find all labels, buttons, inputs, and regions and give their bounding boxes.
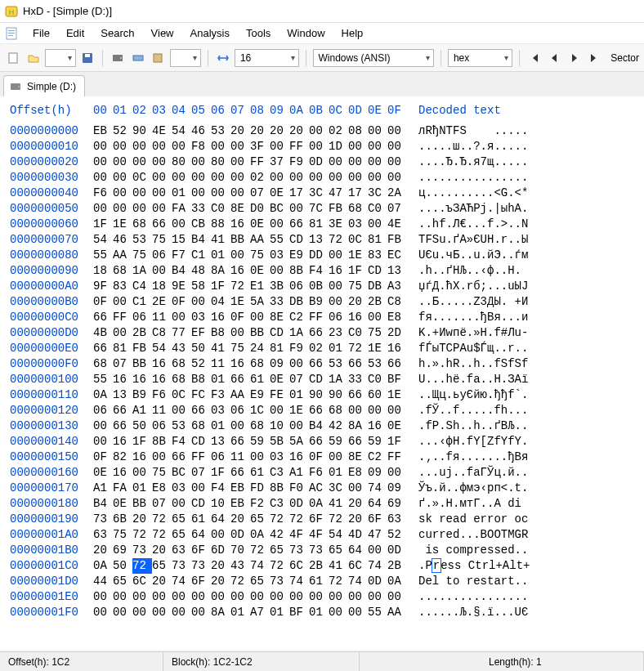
hex-row[interactable]: 00000001D044656C20746F20726573746172740D… xyxy=(10,574,639,589)
hex-byte[interactable]: 37 xyxy=(270,154,289,170)
hex-byte[interactable]: 00 xyxy=(191,186,211,201)
hex-byte[interactable]: 02 xyxy=(329,123,348,139)
hex-byte[interactable]: 0A xyxy=(93,558,113,574)
hex-byte[interactable]: 72 xyxy=(329,574,348,589)
hex-byte[interactable]: 66 xyxy=(289,217,309,232)
hex-byte[interactable]: C0 xyxy=(368,372,387,387)
hex-byte[interactable]: 0D xyxy=(368,574,387,589)
hex-byte[interactable]: FA xyxy=(113,481,132,496)
hex-byte[interactable]: 66 xyxy=(93,341,113,356)
hex-byte[interactable]: 61 xyxy=(250,372,270,387)
decoded-text[interactable]: ....Ђ.Ђ.я7щ..... xyxy=(418,154,528,170)
hex-byte[interactable]: 83 xyxy=(113,279,132,294)
hex-byte[interactable]: 00 xyxy=(329,450,348,465)
hex-byte[interactable]: 00 xyxy=(172,310,191,325)
hex-byte[interactable]: 6F xyxy=(191,574,211,589)
hex-byte[interactable]: 00 xyxy=(270,403,289,418)
hex-byte[interactable]: 01 xyxy=(230,605,250,620)
hex-byte[interactable]: 00 xyxy=(93,605,113,620)
hex-byte[interactable]: 73 xyxy=(289,543,309,558)
hex-byte[interactable]: 42 xyxy=(329,418,348,434)
hex-byte[interactable]: 16 xyxy=(289,450,309,465)
hex-byte[interactable]: 08 xyxy=(348,123,368,139)
hex-byte[interactable]: 72 xyxy=(329,512,348,527)
hex-byte[interactable]: BC xyxy=(270,201,289,217)
hex-row[interactable]: 00000001200666A111006603061C001E66680000… xyxy=(10,403,639,418)
decoded-text[interactable]: џѓД.ћX.rб;...uЫЈ xyxy=(418,279,528,294)
hex-byte[interactable]: 16 xyxy=(387,341,407,356)
hex-byte[interactable]: BB xyxy=(132,496,152,512)
hex-byte[interactable]: FF xyxy=(289,139,309,154)
hex-byte[interactable]: 8E xyxy=(230,201,250,217)
hex-row[interactable]: 0000000180B40EBB0700CD10EBF2C30D0A412064… xyxy=(10,496,639,512)
hex-byte[interactable]: 09 xyxy=(270,356,289,372)
hex-byte[interactable]: 73 xyxy=(309,543,329,558)
hex-byte[interactable]: 00 xyxy=(93,201,113,217)
hex-byte[interactable]: 00 xyxy=(93,139,113,154)
hex-byte[interactable]: C2 xyxy=(289,310,309,325)
hex-byte[interactable]: E1 xyxy=(250,279,270,294)
hex-byte[interactable]: 07 xyxy=(152,496,172,512)
hex-byte[interactable]: 00 xyxy=(152,139,172,154)
hex-byte[interactable]: 6F xyxy=(309,512,329,527)
hex-row[interactable]: 000000005000000000FA33C08ED0BC007CFB68C0… xyxy=(10,201,639,217)
hex-byte[interactable]: 2D xyxy=(387,325,407,341)
hex-row[interactable]: 00000000200000000080008000FF37F90D000000… xyxy=(10,154,639,170)
hex-byte[interactable]: 00 xyxy=(152,170,172,186)
hex-byte[interactable]: 1F xyxy=(93,217,113,232)
hex-byte[interactable]: 1D xyxy=(329,139,348,154)
hex-byte[interactable]: F9 xyxy=(289,154,309,170)
hex-byte[interactable]: 20 xyxy=(250,123,270,139)
decoded-text[interactable]: fя.......ђВя...и xyxy=(418,310,528,325)
hex-byte[interactable]: 0C xyxy=(172,387,191,403)
hex-byte[interactable]: 0E xyxy=(93,465,113,481)
menu-view[interactable]: View xyxy=(143,25,182,42)
hex-byte[interactable]: 68 xyxy=(113,263,132,279)
menu-search[interactable]: Search xyxy=(92,25,142,42)
hex-byte[interactable]: 69 xyxy=(387,496,407,512)
hex-byte[interactable]: 53 xyxy=(329,356,348,372)
hex-byte[interactable]: 03 xyxy=(191,310,211,325)
hex-byte[interactable]: 72 xyxy=(230,574,250,589)
hex-byte[interactable]: 46 xyxy=(191,123,211,139)
hex-byte[interactable]: EC xyxy=(387,248,407,263)
decoded-text[interactable]: UЄu.чБ..u.йЭ..ѓм xyxy=(418,248,528,263)
decoded-text[interactable]: .Press Ctrl+Alt+ xyxy=(418,558,530,574)
hex-byte[interactable]: AC xyxy=(309,481,329,496)
hex-byte[interactable]: 00 xyxy=(113,294,132,310)
hex-row[interactable]: 00000001005516161668B80166610E07CD1A33C0… xyxy=(10,372,639,387)
hex-byte[interactable]: EB xyxy=(93,123,113,139)
hex-byte[interactable]: 54 xyxy=(152,341,172,356)
hex-byte[interactable]: AA xyxy=(230,387,250,403)
decoded-text[interactable]: Del to restart.. xyxy=(418,574,528,589)
hex-byte[interactable]: 00 xyxy=(132,139,152,154)
hex-row[interactable]: 000000014000161F8BF4CD1366595B5A66596659… xyxy=(10,434,639,450)
hex-byte[interactable]: 01 xyxy=(270,605,289,620)
hex-byte[interactable]: DB xyxy=(368,279,387,294)
hex-byte[interactable]: 13 xyxy=(309,232,329,248)
hex-byte[interactable]: 81 xyxy=(368,232,387,248)
hex-byte[interactable]: BB xyxy=(250,325,270,341)
hex-byte[interactable]: 6B xyxy=(113,512,132,527)
hex-byte[interactable]: 16 xyxy=(113,372,132,387)
hex-byte[interactable]: 17 xyxy=(348,186,368,201)
hex-byte[interactable]: 52 xyxy=(191,356,211,372)
hex-byte[interactable]: 07 xyxy=(250,186,270,201)
hex-byte[interactable]: 00 xyxy=(113,201,132,217)
hex-byte[interactable]: 0E xyxy=(270,186,289,201)
hex-byte[interactable]: 23 xyxy=(329,325,348,341)
hex-byte[interactable]: 41 xyxy=(329,496,348,512)
hex-byte[interactable]: 00 xyxy=(172,139,191,154)
hex-byte[interactable]: 5A xyxy=(250,294,270,310)
hex-byte[interactable]: 00 xyxy=(211,527,230,543)
hex-byte[interactable]: 00 xyxy=(250,310,270,325)
hex-byte[interactable]: 1E xyxy=(289,403,309,418)
hex-byte[interactable]: F9 xyxy=(289,341,309,356)
hex-byte[interactable]: 01 xyxy=(211,248,230,263)
hex-byte[interactable]: E9 xyxy=(250,387,270,403)
menu-analysis[interactable]: Analysis xyxy=(182,25,238,42)
decoded-text[interactable]: ґ.».Н.мтГ..A di xyxy=(418,496,521,512)
hex-byte[interactable]: FE xyxy=(270,387,289,403)
hex-byte[interactable]: 53 xyxy=(172,418,191,434)
hex-byte[interactable]: 00 xyxy=(132,465,152,481)
